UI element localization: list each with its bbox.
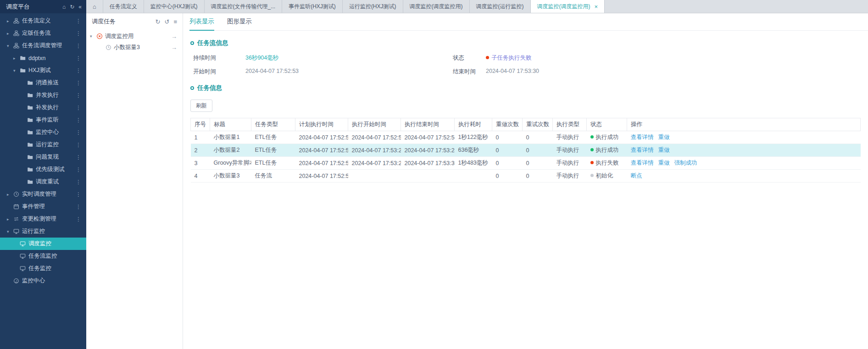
sidebar-item[interactable]: ▾HXJ测试⋮ (0, 64, 86, 77)
sidebar-item[interactable]: 补发执行⋮ (0, 101, 86, 114)
sidebar-item[interactable]: 事件监听⋮ (0, 114, 86, 126)
table-cell: 2024-04-07 17:52:55 (401, 131, 455, 144)
sidebar-item[interactable]: ▸任务流定义⋮ (0, 15, 86, 27)
sidebar-item[interactable]: ▸定版任务流⋮ (0, 27, 86, 39)
info-label: 持续时间 (193, 54, 245, 62)
kebab-menu-icon[interactable]: ⋮ (75, 191, 82, 198)
table-row[interactable]: 3Groovy异常脚本ETL任务2024-04-07 17:52:522024-… (191, 157, 861, 170)
sidebar-item[interactable]: 任务流监控 (0, 250, 86, 262)
sidebar-item-label: 运行监控 (22, 227, 82, 235)
kebab-menu-icon[interactable]: ⋮ (75, 142, 82, 148)
kebab-menu-icon[interactable]: ⋮ (75, 117, 82, 123)
refresh-button[interactable]: 刷新 (190, 100, 212, 112)
table-row[interactable]: 4小数据量3任务流2024-04-07 17:52:5200手动执行初始化断点 (191, 170, 861, 183)
sidebar-item[interactable]: ▾任务流调度管理⋮ (0, 39, 86, 52)
sidebar-item-selected[interactable]: 调度监控 (0, 238, 86, 250)
action-link[interactable]: 断点 (631, 172, 642, 179)
chevron-right-icon: ▸ (7, 31, 13, 36)
kebab-menu-icon[interactable]: ⋮ (75, 18, 82, 24)
sidebar-item[interactable]: ▸ddptxn⋮ (0, 52, 86, 64)
sidebar-item[interactable]: ▸实时调度管理⋮ (0, 188, 86, 200)
tab[interactable]: 运行监控(HXJ测试) (343, 0, 403, 13)
folder-icon (27, 179, 36, 185)
sidebar-item-label: 监控中心 (36, 128, 75, 136)
clock-icon (13, 191, 22, 197)
status-dot (590, 135, 594, 138)
table-cell: 2024-04-07 17:52:54 (348, 131, 401, 144)
tab[interactable]: 事件监听(HXJ测试) (282, 0, 343, 13)
tree-node[interactable]: ▾调度监控用→ (86, 31, 183, 42)
sidebar-item[interactable]: 调度重试⋮ (0, 176, 86, 188)
action-link[interactable]: 强制成功 (674, 160, 697, 166)
action-link[interactable]: 重做 (658, 160, 670, 166)
table-row[interactable]: 1小数据量1ETL任务2024-04-07 17:52:522024-04-07… (191, 131, 861, 144)
kebab-menu-icon[interactable]: ⋮ (75, 43, 82, 49)
column-header: 序号 (191, 118, 210, 131)
tab[interactable]: 监控中心(HXJ测试) (144, 0, 205, 13)
table-row[interactable]: 2小数据量2ETL任务2024-04-07 17:52:522024-04-07… (191, 144, 861, 157)
action-link[interactable]: 查看详情 (631, 134, 654, 140)
view-tab[interactable]: 图形显示 (227, 13, 252, 31)
sidebar-item-label: 定版任务流 (22, 29, 75, 37)
kebab-menu-icon[interactable]: ⋮ (75, 179, 82, 185)
sidebar-item[interactable]: 并发执行⋮ (0, 89, 86, 101)
kebab-menu-icon[interactable]: ⋮ (75, 55, 82, 61)
tab-label: 事件监听(HXJ测试) (289, 3, 336, 11)
content-row: 调度任务 ↻ ↺ ≡ ▾调度监控用→小数据量3→ 列表显示图形显示 任务流信息 … (86, 13, 868, 349)
table-cell: 2024-04-07 17:52:52 (295, 144, 348, 157)
kebab-menu-icon[interactable]: ⋮ (75, 92, 82, 99)
refresh-icon[interactable]: ↻ (70, 4, 74, 10)
sync-icon[interactable]: ↺ (165, 18, 170, 25)
sidebar-item[interactable]: 任务监控 (0, 262, 86, 275)
sidebar-item[interactable]: ▸变更检测管理⋮ (0, 213, 86, 225)
kebab-menu-icon[interactable]: ⋮ (75, 154, 82, 161)
sidebar-item[interactable]: 监控中心⋮ (0, 126, 86, 138)
action-link[interactable]: 重做 (658, 147, 670, 153)
sidebar-item[interactable]: 优先级测试⋮ (0, 163, 86, 176)
column-header: 执行耗时 (455, 118, 492, 131)
kebab-menu-icon[interactable]: ⋮ (75, 166, 82, 173)
collapse-sidebar-icon[interactable]: « (78, 4, 82, 10)
tab[interactable]: 调度监控(调度监控用) (403, 0, 470, 13)
action-link[interactable]: 查看详情 (631, 147, 654, 153)
sidebar-item-label: 调度重试 (36, 178, 75, 186)
tab-active[interactable]: 调度监控(调度监控用)× (531, 0, 605, 13)
sidebar-item[interactable]: ▾运行监控 (0, 225, 86, 238)
action-link[interactable]: 重做 (658, 134, 670, 140)
locate-arrow-icon[interactable]: → (171, 33, 177, 40)
action-link[interactable]: 查看详情 (631, 160, 654, 166)
column-header: 重试次数 (523, 118, 553, 131)
kebab-menu-icon[interactable]: ⋮ (75, 80, 82, 86)
sidebar-item[interactable]: 运行监控⋮ (0, 138, 86, 151)
kebab-menu-icon[interactable]: ⋮ (75, 216, 82, 222)
kebab-menu-icon[interactable]: ⋮ (75, 30, 82, 37)
tab-home[interactable]: ⌂ (86, 0, 103, 13)
sidebar-item[interactable]: 事件管理⋮ (0, 200, 86, 213)
kebab-menu-icon[interactable]: ⋮ (75, 129, 82, 136)
home-icon[interactable]: ⌂ (62, 4, 66, 10)
tab[interactable]: 任务流定义 (103, 0, 144, 13)
column-header: 状态 (587, 118, 627, 131)
close-icon[interactable]: × (595, 3, 598, 10)
folder-icon (27, 105, 36, 111)
tab[interactable]: 调度监控(运行监控) (470, 0, 531, 13)
list-icon[interactable]: ≡ (173, 18, 177, 25)
actions-cell: 查看详情重做 (627, 131, 861, 144)
tree-node[interactable]: 小数据量3→ (86, 42, 183, 53)
tab[interactable]: 调度监控(文件传输代理_... (205, 0, 283, 13)
sidebar-item[interactable]: 监控中心 (0, 275, 86, 287)
caret-down-icon[interactable]: ▾ (90, 34, 96, 39)
table-cell: 1 (191, 131, 210, 144)
sidebar-item[interactable]: 问题复现⋮ (0, 151, 86, 163)
kebab-menu-icon[interactable]: ⋮ (75, 105, 82, 111)
table-cell (401, 170, 455, 183)
refresh-icon[interactable]: ↻ (156, 18, 161, 25)
view-tab[interactable]: 列表显示 (189, 13, 214, 31)
sidebar-item-label: 消通推送 (36, 79, 75, 87)
sidebar-item-label: 运行监控 (36, 141, 75, 149)
locate-arrow-icon[interactable]: → (171, 44, 177, 51)
actions-cell: 查看详情重做 (627, 144, 861, 157)
sidebar-item[interactable]: 消通推送⋮ (0, 77, 86, 89)
kebab-menu-icon[interactable]: ⋮ (75, 67, 82, 74)
kebab-menu-icon[interactable]: ⋮ (75, 204, 82, 210)
